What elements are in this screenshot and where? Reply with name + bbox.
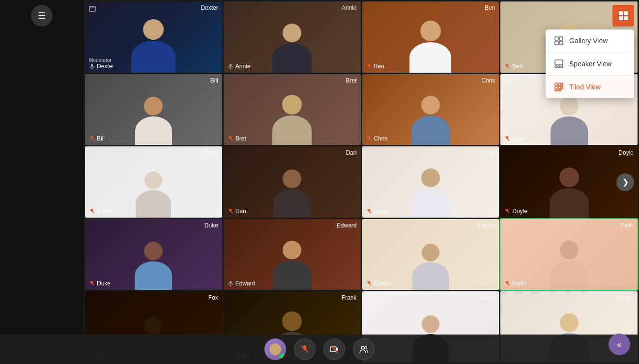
collapse-button[interactable]: « — [609, 334, 630, 355]
bret-label: Bret — [228, 135, 246, 142]
edward-name-label: Edward — [235, 280, 256, 287]
annie-name-label: Annie — [235, 63, 251, 70]
mic-icon-doyle — [504, 208, 510, 214]
video-cell-evelyn[interactable]: Evelyn Evelyn — [362, 219, 499, 290]
bill-label: Bill — [89, 135, 105, 142]
gallery-view-label: Gallery View — [569, 37, 608, 45]
view-toggle-button[interactable] — [612, 5, 634, 27]
dean-label: Dean — [366, 208, 388, 215]
video-cell-ben[interactable]: Ben Ben — [362, 1, 499, 73]
dan-name-label: Dan — [235, 208, 246, 215]
svg-point-66 — [365, 347, 367, 349]
evelyn-name-label: Evelyn — [374, 280, 392, 287]
mic-icon-bill — [89, 136, 95, 141]
svg-rect-63 — [330, 347, 336, 352]
mic-icon-daisy — [89, 208, 95, 214]
frank-nametag: Frank — [342, 294, 357, 301]
faith-name-label: Faith — [512, 280, 525, 287]
daisy-label: Daisy — [89, 208, 112, 215]
faith-nametag: Faith — [620, 222, 634, 229]
active-status-badge: ✓ — [279, 353, 286, 360]
camera-icon — [330, 345, 339, 354]
video-cell-annie[interactable]: Annie Annie — [224, 1, 361, 73]
ben-nametag: Ben — [485, 4, 495, 11]
mic-icon-bert — [504, 63, 510, 69]
video-cell-dean[interactable]: Dean Dean — [362, 146, 499, 218]
mic-icon-dan — [228, 208, 233, 214]
video-cell-bret[interactable]: Bret Bret — [224, 74, 361, 145]
video-cell-bill[interactable]: Bill Bill — [85, 74, 222, 145]
svg-rect-59 — [555, 90, 557, 91]
speaker-view-option[interactable]: Speaker View — [546, 53, 634, 76]
view-dropdown: Gallery View Speaker View — [612, 5, 634, 27]
video-cell-daisy[interactable]: Daisy Daisy — [85, 146, 222, 218]
mic-icon-duke — [89, 280, 95, 286]
svg-rect-54 — [558, 83, 561, 85]
gallery-view-option[interactable]: Gallery View — [546, 29, 634, 53]
video-cell-dan[interactable]: Dan Dan — [224, 146, 361, 218]
mic-icon-chris — [366, 136, 372, 141]
mute-button[interactable] — [294, 338, 316, 360]
video-cell-edward[interactable]: Edward Edward — [224, 219, 361, 290]
check-icon: ✓ — [281, 355, 285, 359]
svg-rect-60 — [558, 90, 561, 91]
duke-name-label: Duke — [97, 280, 111, 287]
svg-rect-57 — [558, 86, 561, 89]
speaker-view-icon — [553, 58, 564, 69]
mic-icon-edward — [228, 280, 233, 286]
microphone-muted-icon — [300, 345, 309, 354]
svg-rect-55 — [562, 83, 563, 85]
speaker-view-label: Speaker View — [569, 60, 611, 68]
dexter-name-label: Dexter — [97, 63, 114, 70]
grid-icon — [618, 10, 629, 21]
svg-rect-52 — [561, 66, 563, 68]
mic-icon-faith — [504, 280, 510, 286]
bill-name-label: Bill — [97, 135, 105, 142]
svg-rect-48 — [559, 41, 563, 45]
camera-button[interactable] — [323, 338, 345, 360]
daisy-name-label: Daisy — [97, 208, 112, 215]
tiled-view-label: Tiled View — [569, 83, 601, 91]
video-cell-chris[interactable]: Chris Chris — [362, 74, 499, 145]
mic-icon-dexter — [89, 63, 95, 69]
svg-rect-46 — [559, 37, 563, 40]
annie-label: Annie — [228, 63, 251, 70]
svg-rect-43 — [619, 16, 623, 20]
chevron-right-icon: ❯ — [622, 177, 629, 187]
tiled-view-icon — [553, 82, 564, 92]
participants-button[interactable] — [353, 338, 375, 360]
chris-label: Chris — [366, 135, 388, 142]
dan-nametag: Dan — [346, 149, 356, 156]
svg-rect-50 — [555, 66, 557, 68]
dan-label: Dan — [228, 208, 246, 215]
mic-icon-evelyn — [366, 280, 372, 286]
svg-rect-3 — [230, 64, 232, 67]
chris-name-label: Chris — [374, 135, 388, 142]
svg-rect-51 — [558, 66, 560, 68]
video-cell-dexter[interactable]: Dexter Dexter Moderator — [85, 1, 222, 73]
svg-point-65 — [361, 346, 364, 349]
mic-icon-ben — [366, 63, 372, 69]
menu-button[interactable]: ☰ — [31, 5, 53, 27]
svg-rect-1 — [91, 64, 93, 67]
svg-rect-42 — [624, 11, 628, 15]
duke-label: Duke — [89, 280, 111, 287]
evelyn-nametag: Evelyn — [477, 222, 495, 229]
dexter-label: Dexter — [89, 63, 114, 70]
bret-name-label: Bret — [235, 135, 246, 142]
next-page-button[interactable]: ❯ — [616, 173, 634, 191]
tiled-view-option[interactable]: Tiled View — [546, 76, 634, 98]
gallery-view-icon — [553, 35, 564, 46]
svg-rect-41 — [619, 11, 623, 15]
user-avatar[interactable]: ✓ — [264, 338, 286, 360]
grace-nametag: Grace — [479, 294, 495, 301]
bert-label: Bert — [504, 63, 523, 70]
svg-rect-56 — [555, 86, 557, 89]
bill-nametag: Bill — [210, 77, 218, 84]
duke-nametag: Duke — [204, 222, 218, 229]
edward-label: Edward — [228, 280, 256, 287]
video-cell-faith[interactable]: Faith Faith — [500, 219, 638, 290]
clark-name-label: Clark — [512, 135, 526, 142]
video-cell-duke[interactable]: Duke Duke — [85, 219, 222, 290]
collapse-icon: « — [617, 339, 622, 350]
